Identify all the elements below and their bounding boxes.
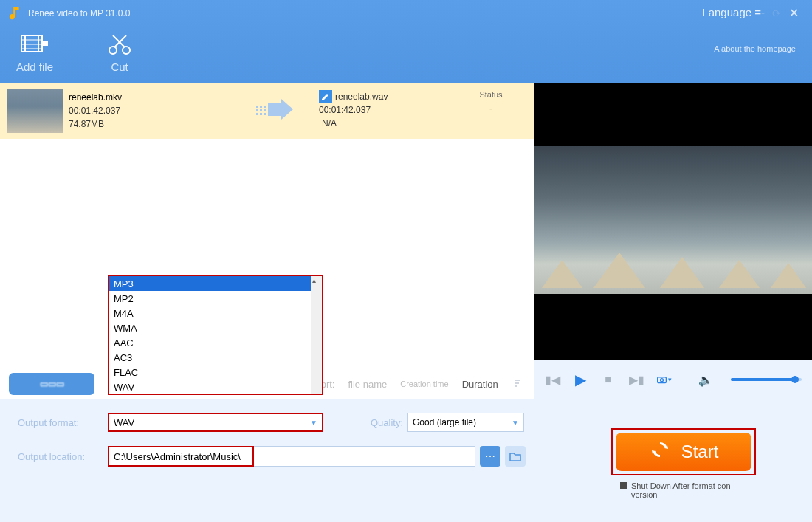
- dest-file-info: reneelab.wav 00:01:42.037 N/A: [319, 90, 388, 130]
- cut-label: Cut: [111, 61, 128, 73]
- svg-point-7: [123, 47, 130, 54]
- add-file-button[interactable]: Add file: [16, 31, 53, 73]
- scissors-icon: [105, 31, 134, 56]
- format-option-ac3[interactable]: AC3: [109, 350, 311, 365]
- start-button-frame: Start: [611, 428, 756, 475]
- merge-button[interactable]: ▭▭▭: [9, 373, 94, 395]
- format-option-wav[interactable]: WAV: [109, 380, 311, 394]
- format-option-flac[interactable]: FLAC: [109, 365, 311, 380]
- svg-rect-14: [260, 109, 262, 111]
- output-format-value: WAV: [114, 417, 134, 428]
- svg-rect-13: [256, 109, 258, 111]
- sort-by-filename[interactable]: file name: [348, 379, 387, 390]
- play-button[interactable]: ▶: [573, 372, 588, 387]
- format-dropdown-list[interactable]: MP3MP2M4AWMAAACAC3FLACWAV: [108, 275, 323, 395]
- volume-slider[interactable]: [731, 378, 802, 381]
- svg-rect-11: [260, 106, 262, 108]
- shutdown-label: Shut Down After format con- version: [631, 481, 733, 499]
- output-format-select[interactable]: WAV ▼: [108, 413, 323, 432]
- next-track-button[interactable]: ▶▮: [629, 372, 644, 387]
- svg-rect-10: [256, 106, 258, 108]
- refresh-icon[interactable]: ⟳: [772, 7, 781, 19]
- main-area: reneelab.mkv 00:01:42.037 74.87MB: [0, 83, 812, 399]
- status-header: Status: [472, 90, 509, 99]
- convert-arrow-icon: [255, 98, 295, 123]
- svg-rect-19: [658, 377, 667, 383]
- status-column: Status -: [472, 90, 509, 114]
- file-list-pane: reneelab.mkv 00:01:42.037 74.87MB: [0, 83, 534, 399]
- sort-direction-icon[interactable]: [512, 377, 525, 391]
- format-option-mp3[interactable]: MP3: [109, 276, 311, 291]
- format-options: MP3MP2M4AWMAAACAC3FLACWAV: [109, 276, 311, 394]
- player-controls: ▮◀ ▶ ■ ▶▮ ▾ 🔈: [534, 360, 812, 399]
- quality-label: Quality:: [365, 417, 403, 428]
- quality-select[interactable]: Good (large file) ▼: [407, 413, 524, 432]
- add-file-label: Add file: [16, 61, 53, 73]
- preview-pane: ▮◀ ▶ ■ ▶▮ ▾ 🔈: [534, 83, 812, 399]
- sort-by-duration[interactable]: Duration: [462, 379, 498, 390]
- toolbar: Add file Cut: [0, 31, 812, 73]
- dest-filename: reneelab.wav: [335, 90, 388, 103]
- refresh-icon: [649, 439, 671, 465]
- source-duration: 00:01:42.037: [69, 104, 122, 117]
- dropdown-scrollbar[interactable]: [311, 276, 322, 394]
- title-bar: Renee video to MP 31.0.0: [0, 0, 812, 27]
- svg-point-6: [109, 47, 117, 54]
- close-button[interactable]: ✕: [789, 6, 799, 20]
- quality-value: Good (large file): [413, 417, 476, 427]
- shutdown-checkbox[interactable]: Shut Down After format con- version: [620, 481, 768, 499]
- svg-rect-16: [256, 113, 258, 115]
- checkbox-icon: [620, 482, 627, 489]
- source-size: 74.87MB: [69, 117, 122, 131]
- output-location-label: Output location:: [18, 451, 108, 462]
- svg-line-8: [114, 35, 126, 47]
- volume-icon[interactable]: 🔈: [698, 373, 713, 387]
- start-button[interactable]: Start: [616, 433, 751, 471]
- output-format-label: Output format:: [18, 417, 108, 428]
- dest-duration: 00:01:42.037: [319, 103, 388, 117]
- preview-canvas: [534, 146, 812, 294]
- format-option-mp2[interactable]: MP2: [109, 291, 311, 306]
- format-option-aac[interactable]: AAC: [109, 335, 311, 350]
- start-label: Start: [681, 442, 719, 462]
- file-row[interactable]: reneelab.mkv 00:01:42.037 74.87MB: [0, 83, 534, 139]
- edit-icon[interactable]: [319, 90, 332, 103]
- open-folder-button[interactable]: [505, 446, 526, 467]
- svg-rect-17: [260, 113, 262, 115]
- video-preview[interactable]: [534, 83, 812, 360]
- output-location-value: C:\Users\Administrator\Music\: [114, 451, 241, 462]
- browse-more-button[interactable]: ⋯: [480, 446, 500, 467]
- merge-icon: ▭▭▭: [40, 379, 64, 389]
- format-option-wma[interactable]: WMA: [109, 320, 311, 335]
- dest-size: N/A: [319, 117, 388, 130]
- source-file-info: reneelab.mkv 00:01:42.037 74.87MB: [69, 91, 122, 131]
- output-location-wrap: C:\Users\Administrator\Music\ ⋯: [108, 446, 526, 467]
- stop-button[interactable]: ■: [601, 372, 616, 387]
- svg-rect-12: [264, 106, 266, 108]
- chevron-down-icon: ▼: [512, 419, 519, 427]
- svg-rect-15: [264, 109, 266, 111]
- video-thumbnail: [7, 89, 63, 133]
- cut-button[interactable]: Cut: [105, 31, 134, 73]
- output-location-rest[interactable]: [254, 446, 475, 467]
- homepage-link[interactable]: A about the homepage: [714, 44, 796, 53]
- chevron-down-icon: ▼: [310, 419, 317, 427]
- svg-point-20: [661, 379, 664, 382]
- film-add-icon: [20, 31, 49, 56]
- output-location-input[interactable]: C:\Users\Administrator\Music\: [108, 446, 254, 467]
- prev-track-button[interactable]: ▮◀: [545, 372, 560, 387]
- svg-line-9: [113, 35, 125, 47]
- snapshot-button[interactable]: ▾: [657, 372, 672, 387]
- format-option-m4a[interactable]: M4A: [109, 306, 311, 320]
- volume-thumb[interactable]: [791, 376, 799, 383]
- app-title: Renee video to MP 31.0.0: [28, 8, 131, 18]
- app-header: Renee video to MP 31.0.0 Language =- ⟳ ✕…: [0, 0, 812, 83]
- sort-by-creation-time[interactable]: Creation time: [400, 380, 448, 388]
- svg-rect-18: [264, 113, 266, 115]
- language-selector[interactable]: Language =-: [702, 6, 765, 18]
- output-panel: Output format: WAV ▼ Quality: Good (larg…: [0, 399, 812, 522]
- source-filename: reneelab.mkv: [69, 91, 122, 104]
- app-logo-icon: [7, 5, 24, 21]
- status-value: -: [472, 103, 509, 114]
